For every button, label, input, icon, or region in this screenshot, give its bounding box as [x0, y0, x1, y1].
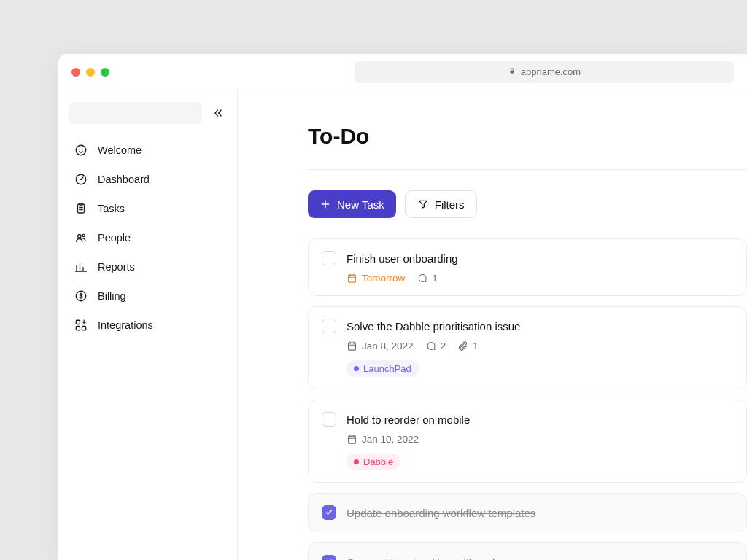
tag-dot-icon — [354, 366, 359, 371]
sidebar-item-label: Tasks — [98, 203, 125, 214]
sidebar-item-label: Reports — [98, 261, 135, 273]
sidebar-item-tasks[interactable]: Tasks — [69, 195, 227, 222]
sidebar-item-label: Dashboard — [98, 174, 150, 185]
sidebar-item-dashboard[interactable]: Dashboard — [69, 166, 227, 192]
smile-icon — [74, 144, 88, 157]
filter-icon — [417, 198, 429, 210]
sidebar-item-label: Integrations — [98, 319, 153, 331]
clipboard-icon — [74, 202, 88, 215]
task-date: Tomorrow — [347, 273, 405, 284]
window-controls — [71, 68, 109, 77]
bar-chart-icon — [74, 260, 88, 273]
task-checkbox[interactable] — [322, 412, 336, 427]
fullscreen-window-button[interactable] — [101, 68, 109, 77]
app-window: appname.com Welcome Dashboard — [58, 54, 747, 560]
task-comments[interactable]: 1 — [417, 273, 438, 284]
divider — [308, 169, 747, 170]
minimize-window-button[interactable] — [86, 68, 95, 77]
sidebar-item-label: People — [98, 232, 131, 244]
page-title: To-Do — [308, 124, 747, 149]
task-tag[interactable]: LaunchPad — [347, 360, 419, 377]
filters-button[interactable]: Filters — [405, 190, 477, 218]
sidebar-item-integrations[interactable]: Integrations — [69, 312, 227, 338]
chevrons-left-icon — [212, 107, 224, 119]
sidebar-item-label: Billing — [98, 290, 126, 302]
paperclip-icon — [457, 341, 468, 351]
lock-icon — [508, 66, 516, 77]
sidebar-item-label: Welcome — [98, 144, 142, 156]
sidebar-nav: Welcome Dashboard Tasks People Reports — [69, 137, 227, 338]
task-card[interactable]: Solve the Dabble prioritisation issue Ja… — [308, 306, 747, 389]
sidebar-item-reports[interactable]: Reports — [69, 254, 227, 280]
sidebar-item-billing[interactable]: Billing — [69, 283, 227, 309]
calendar-icon — [347, 341, 357, 351]
task-card[interactable]: Connect time tracking with tasks — [308, 542, 747, 560]
close-window-button[interactable] — [71, 68, 80, 77]
url-text: appname.com — [521, 66, 581, 77]
main-content: To-Do New Task Filters Finish user on — [238, 90, 747, 560]
new-task-label: New Task — [337, 198, 384, 211]
task-tag[interactable]: Dabble — [347, 454, 400, 470]
task-card[interactable]: Hold to reorder on mobile Jan 10, 2022 D… — [308, 400, 747, 483]
task-card[interactable]: Finish user onboarding Tomorrow 1 — [308, 238, 747, 296]
task-date: Jan 8, 2022 — [347, 341, 414, 351]
users-icon — [74, 231, 88, 244]
task-checkbox[interactable] — [322, 319, 336, 333]
sidebar-item-people[interactable]: People — [69, 225, 227, 251]
task-title: Solve the Dabble prioritisation issue — [347, 320, 520, 332]
collapse-sidebar-button[interactable] — [209, 104, 227, 122]
task-title: Update onboarding workflow templates — [347, 507, 535, 519]
calendar-icon — [347, 434, 357, 445]
action-row: New Task Filters — [308, 190, 747, 218]
comment-icon — [417, 273, 427, 284]
comment-icon — [425, 341, 436, 351]
plus-icon — [320, 198, 331, 210]
task-checkbox[interactable] — [322, 251, 336, 265]
task-title: Hold to reorder on mobile — [347, 413, 470, 426]
task-checkbox[interactable] — [322, 555, 336, 560]
sidebar: Welcome Dashboard Tasks People Reports — [58, 90, 238, 560]
sidebar-item-welcome[interactable]: Welcome — [69, 137, 227, 163]
task-title: Finish user onboarding — [347, 252, 458, 265]
dollar-icon — [74, 289, 88, 303]
task-title: Connect time tracking with tasks — [347, 556, 503, 561]
task-list: Finish user onboarding Tomorrow 1 — [308, 238, 747, 560]
grid-plus-icon — [74, 319, 88, 332]
calendar-icon — [347, 273, 357, 284]
task-comments[interactable]: 2 — [425, 341, 446, 351]
task-card[interactable]: Update onboarding workflow templates — [308, 493, 747, 532]
task-checkbox[interactable] — [322, 505, 336, 520]
workspace-switcher[interactable] — [69, 102, 202, 124]
check-icon — [325, 508, 333, 517]
tag-dot-icon — [354, 459, 359, 464]
titlebar: appname.com — [58, 54, 747, 90]
task-date: Jan 10, 2022 — [347, 434, 419, 445]
gauge-icon — [74, 173, 88, 186]
new-task-button[interactable]: New Task — [308, 190, 396, 218]
task-attachments[interactable]: 1 — [457, 341, 479, 351]
url-bar[interactable]: appname.com — [355, 61, 734, 83]
filters-label: Filters — [435, 198, 465, 211]
